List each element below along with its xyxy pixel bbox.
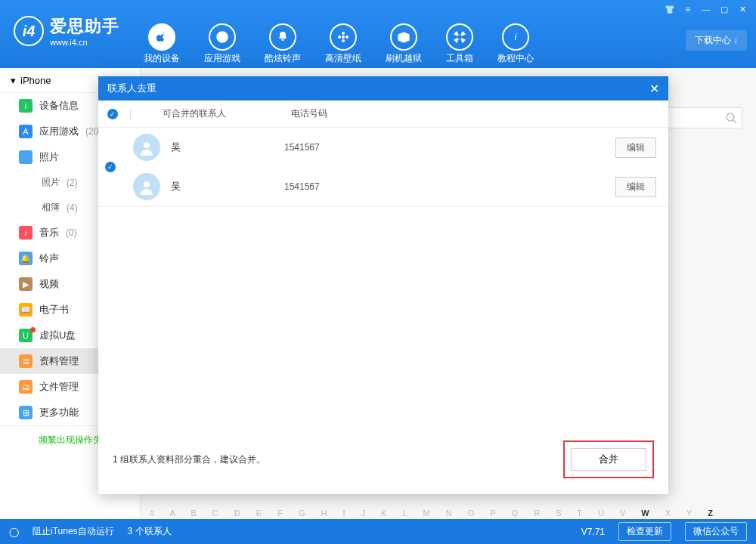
sidebar-item-icon: 🗂 (19, 380, 33, 394)
avatar-icon (133, 134, 160, 161)
status-bar: ◯ 阻止iTunes自动运行 3 个联系人 V7.71 检查更新 微信公众号 (0, 519, 756, 544)
alpha-letter[interactable]: Z (708, 508, 720, 518)
nav-tools[interactable]: 工具箱 (446, 23, 473, 65)
info-icon: i (502, 23, 529, 51)
contact-phone: 1541567 (284, 181, 615, 192)
version-label: V7.71 (581, 527, 605, 537)
alpha-letter[interactable]: B (191, 508, 212, 518)
chevron-down-icon: ▾ (11, 75, 16, 86)
svg-point-5 (345, 36, 349, 39)
shirt-icon[interactable]: 👕 (661, 2, 679, 16)
alpha-letter[interactable]: P (490, 508, 511, 518)
contact-group: ✓ 吴1541567编辑吴1541567编辑 (98, 128, 668, 207)
alpha-letter[interactable]: Q (512, 508, 534, 518)
nav-bell[interactable]: 酷炫铃声 (265, 23, 301, 65)
alpha-letter[interactable]: L (403, 508, 423, 518)
check-update-button[interactable]: 检查更新 (618, 522, 671, 541)
download-center-button[interactable]: 下载中心 ↓ (686, 30, 747, 51)
sidebar-item-icon: i (19, 99, 33, 113)
wechat-button[interactable]: 微信公众号 (685, 522, 747, 541)
itunes-toggle-label[interactable]: 阻止iTunes自动运行 (33, 525, 114, 538)
merge-hint: 1 组联系人资料部分重合，建议合并。 (113, 453, 265, 466)
contact-count: 3 个联系人 (128, 525, 172, 538)
alpha-letter[interactable]: Y (686, 508, 708, 518)
red-dot-icon (30, 327, 36, 332)
sidebar-item-label: 应用游戏 (39, 125, 79, 138)
alpha-letter[interactable]: # (150, 508, 170, 518)
alphabet-index[interactable]: # A B C D E F G H I J K L M N O P Q R S … (150, 508, 747, 518)
alpha-letter[interactable]: I (343, 508, 361, 518)
alpha-letter[interactable]: J (361, 508, 382, 518)
alpha-letter[interactable]: X (665, 508, 686, 518)
alpha-letter[interactable]: S (556, 508, 577, 518)
alpha-letter[interactable]: C (212, 508, 234, 518)
alpha-letter[interactable]: F (277, 508, 299, 518)
alpha-letter[interactable]: A (170, 508, 191, 518)
sidebar-item-icon: ▶ (19, 277, 33, 291)
window-controls: 👕 ≡ — ▢ ✕ (661, 2, 751, 16)
contact-phone: 1541567 (284, 142, 615, 153)
alpha-letter[interactable]: R (534, 508, 556, 518)
select-all-check-icon[interactable]: ✓ (107, 109, 118, 119)
alpha-letter[interactable]: H (321, 508, 343, 518)
svg-text:i: i (515, 31, 518, 42)
edit-button[interactable]: 编辑 (615, 138, 656, 158)
alpha-letter[interactable]: U (598, 508, 620, 518)
svg-point-2 (342, 32, 345, 35)
menu-icon[interactable]: ≡ (679, 2, 697, 16)
sidebar-item-label: 照片 (39, 150, 59, 164)
svg-point-10 (144, 181, 150, 187)
sidebar-item-label: 设备信息 (39, 99, 79, 113)
nav-box[interactable]: 刷机越狱 (386, 23, 422, 65)
radio-icon[interactable]: ◯ (9, 527, 19, 537)
nav-label: 刷机越狱 (386, 52, 422, 65)
divider (130, 109, 131, 119)
dedupe-modal: 联系人去重 ✕ ✓ 可合并的联系人 电话号码 ✓ 吴1541567编辑吴1541… (98, 76, 668, 494)
bell-icon (269, 23, 296, 51)
svg-point-1 (342, 36, 345, 39)
svg-line-8 (733, 120, 736, 123)
nav-label: 酷炫铃声 (265, 52, 301, 65)
maximize-icon[interactable]: ▢ (715, 2, 733, 16)
nav-label: 我的设备 (144, 52, 180, 65)
app-name: 爱思助手 (50, 15, 119, 38)
alpha-letter[interactable]: M (423, 508, 445, 518)
alpha-letter[interactable]: K (381, 508, 402, 518)
sidebar-item-label: 相簿 (42, 201, 60, 214)
sidebar-item-label: 照片 (42, 176, 60, 189)
sidebar-item-icon (19, 150, 33, 164)
app-logo: i4 爱思助手 www.i4.cn (14, 15, 119, 47)
avatar-icon (133, 173, 160, 200)
sidebar-item-icon: 🔔 (19, 252, 33, 265)
alpha-letter[interactable]: V (620, 508, 641, 518)
group-check-icon[interactable]: ✓ (105, 162, 116, 172)
nav-apple[interactable]: 我的设备 (144, 23, 180, 65)
sidebar-item-count: (0) (66, 227, 77, 238)
edit-button[interactable]: 编辑 (615, 177, 656, 197)
alpha-letter[interactable]: W (641, 508, 665, 518)
sidebar-item-label: 资料管理 (39, 354, 79, 368)
minimize-icon[interactable]: — (697, 2, 715, 16)
nav-flower[interactable]: 高清壁纸 (325, 23, 361, 65)
modal-header-row: ✓ 可合并的联系人 电话号码 (98, 100, 668, 128)
merge-button[interactable]: 合并 (571, 448, 646, 471)
logo-badge-icon: i4 (14, 16, 44, 46)
close-icon[interactable]: ✕ (733, 2, 751, 16)
nav-label: 应用游戏 (204, 52, 240, 65)
alpha-letter[interactable]: G (299, 508, 321, 518)
nav-info[interactable]: i教程中心 (497, 23, 534, 65)
alpha-letter[interactable]: E (256, 508, 277, 518)
sidebar-item-icon: ♪ (19, 226, 33, 240)
sidebar-item-icon: ≣ (19, 354, 33, 368)
sidebar-item-icon: 📖 (19, 303, 33, 317)
contact-row: 吴1541567编辑 (133, 128, 668, 167)
nav-appstore[interactable]: 应用游戏 (204, 23, 240, 65)
modal-title: 联系人去重 (107, 82, 156, 95)
sidebar-item-label: 音乐 (39, 226, 59, 240)
alpha-letter[interactable]: T (577, 508, 598, 518)
alpha-letter[interactable]: O (468, 508, 491, 518)
modal-close-icon[interactable]: ✕ (649, 82, 659, 96)
alpha-letter[interactable]: D (234, 508, 256, 518)
alpha-letter[interactable]: N (446, 508, 468, 518)
svg-point-7 (727, 113, 734, 121)
